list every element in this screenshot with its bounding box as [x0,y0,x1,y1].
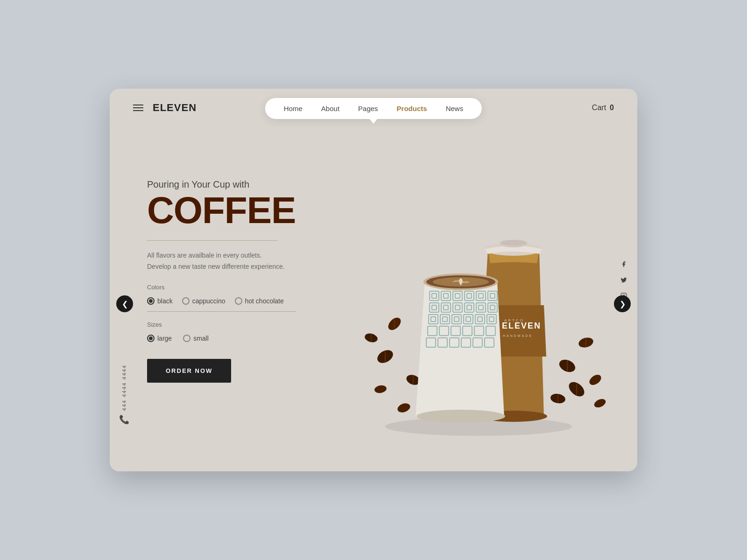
radio-small [183,335,190,342]
color-cappuccino[interactable]: cappuccino [182,297,226,305]
sizes-label: Sizes [147,321,343,328]
size-large[interactable]: large [147,335,172,342]
svg-point-21 [593,397,607,409]
svg-point-11 [396,402,411,414]
cart-label: Cart [592,104,606,112]
color-divider [147,311,296,312]
facebook-icon[interactable] [620,261,627,267]
color-cappuccino-label: cappuccino [192,297,226,305]
nav-pages[interactable]: Pages [358,105,378,112]
social-icons [620,261,627,299]
header-left: ELEVEN [133,102,197,114]
nav-pointer [369,118,378,124]
nav-about[interactable]: About [321,105,339,112]
color-hot-chocolate-label: hot chocolate [245,297,284,305]
hero-subtitle: Pouring in Your Cup with [147,179,343,190]
size-large-label: large [157,335,172,342]
size-options: large small [147,335,343,342]
nav-news[interactable]: News [446,105,464,112]
svg-text:HANDMADE: HANDMADE [503,334,533,337]
size-small-label: small [193,335,209,342]
prev-arrow[interactable]: ❮ [116,295,133,312]
coffee-illustration: ELEVEN ARTCO HANDMADE [343,156,614,436]
color-black[interactable]: black [147,297,173,305]
nav-products[interactable]: Products [397,105,427,112]
color-black-label: black [157,297,173,305]
svg-text:ELEVEN: ELEVEN [502,321,541,330]
radio-cappuccino [182,297,190,305]
nav-container: Home About Pages Products News [265,98,482,119]
svg-text:ARTCO: ARTCO [504,318,524,322]
radio-hot-chocolate [235,297,242,305]
main-content: ❮ Pouring in Your Cup with COFFEE All fl… [110,114,637,459]
hamburger-icon[interactable] [133,105,143,111]
title-divider [147,240,278,241]
size-small[interactable]: small [183,335,209,342]
colors-label: Colors [147,284,343,291]
color-options: black cappuccino hot chocolate [147,297,343,305]
cart-count: 0 [610,104,614,112]
phone-icon[interactable]: 📞 [119,414,129,425]
svg-point-28 [500,240,527,245]
svg-point-81 [416,410,505,423]
cart-area[interactable]: Cart 0 [592,104,614,112]
brand-name: ELEVEN [153,102,197,114]
left-panel: Pouring in Your Cup with COFFEE All flav… [147,161,343,383]
hero-description: All flavors are availbale in every outle… [147,250,287,273]
side-phone: 444 4444 4444 📞 [119,364,129,425]
color-hot-chocolate[interactable]: hot chocolate [235,297,284,305]
order-now-button[interactable]: ORDER NOW [147,359,231,383]
radio-black [147,297,155,305]
nav-pill: Home About Pages Products News [265,98,482,119]
next-arrow[interactable]: ❯ [614,295,631,312]
right-panel: ELEVEN ARTCO HANDMADE [343,161,614,431]
twitter-icon[interactable] [620,277,627,283]
phone-number: 444 4444 4444 [121,364,127,411]
nav-home[interactable]: Home [284,105,303,112]
radio-large [147,335,155,342]
hero-title: COFFEE [147,192,343,229]
page-wrapper: ELEVEN Cart 0 Home About Pages Products … [110,89,637,471]
svg-point-8 [374,385,387,394]
svg-point-18 [587,373,603,387]
